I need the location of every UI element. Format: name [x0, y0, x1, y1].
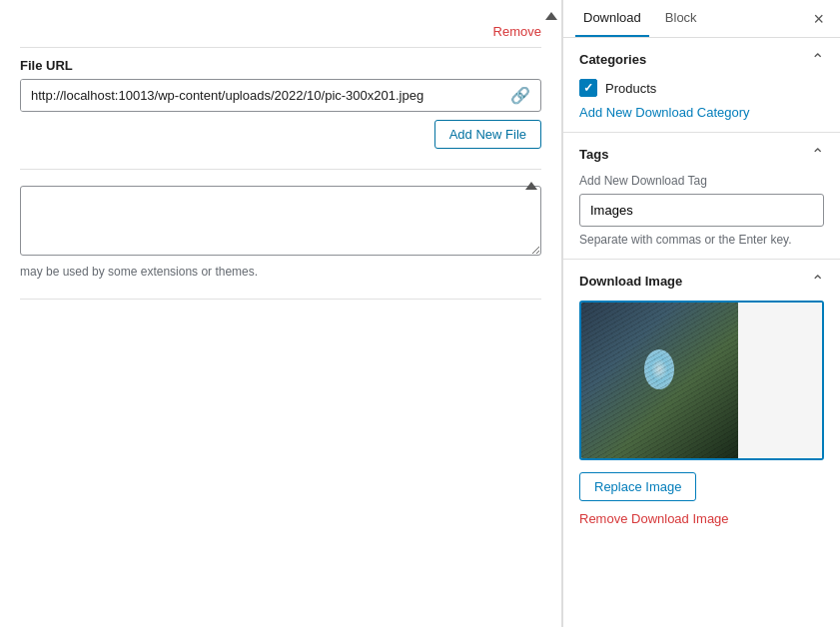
tab-block[interactable]: Block	[657, 0, 705, 37]
download-image-section: Download Image ⌃ Replace Image Remove Do…	[563, 260, 840, 538]
add-new-file-row: Add New File	[20, 120, 541, 149]
add-download-category-link[interactable]: Add New Download Category	[579, 105, 750, 120]
products-checkbox[interactable]	[579, 79, 597, 97]
link-icon-button[interactable]: 🔗	[500, 80, 540, 111]
file-url-input[interactable]	[21, 80, 500, 111]
close-button[interactable]: ×	[809, 6, 828, 32]
left-panel: Remove File URL 🔗 Add New File may be us…	[0, 0, 562, 627]
categories-header: Categories ⌃	[579, 50, 824, 69]
file-url-input-row: 🔗	[20, 79, 541, 112]
bottom-collapse-arrow[interactable]	[545, 12, 557, 20]
categories-chevron-icon[interactable]: ⌃	[811, 50, 824, 69]
helper-text: may be used by some extensions or themes…	[20, 265, 541, 279]
tags-input-label: Add New Download Tag	[579, 174, 824, 188]
tags-header: Tags ⌃	[579, 145, 824, 164]
tags-input[interactable]	[579, 194, 824, 227]
tags-title: Tags	[579, 147, 608, 162]
remove-row: Remove	[20, 16, 541, 48]
products-label: Products	[605, 81, 656, 96]
download-image-header: Download Image ⌃	[579, 272, 824, 291]
image-preview-inner	[581, 303, 822, 458]
products-checkbox-row: Products	[579, 79, 824, 97]
link-icon: 🔗	[510, 86, 530, 105]
section-collapse-arrow[interactable]	[525, 182, 537, 190]
download-image-title: Download Image	[579, 274, 682, 289]
download-image-chevron-icon[interactable]: ⌃	[811, 272, 824, 291]
tags-section: Tags ⌃ Add New Download Tag Separate wit…	[563, 133, 840, 260]
categories-section: Categories ⌃ Products Add New Download C…	[563, 38, 840, 133]
second-section: may be used by some extensions or themes…	[20, 169, 541, 279]
file-url-section: File URL 🔗 Add New File	[20, 58, 541, 149]
image-white-part	[738, 303, 822, 458]
bottom-section	[20, 299, 541, 310]
tab-download[interactable]: Download	[575, 0, 649, 37]
right-panel: Download Block × Categories ⌃ Products A…	[562, 0, 840, 627]
tags-chevron-icon[interactable]: ⌃	[811, 145, 824, 164]
remove-link[interactable]: Remove	[493, 24, 541, 39]
file-url-label: File URL	[20, 58, 541, 73]
image-preview-wrapper	[579, 301, 824, 460]
categories-title: Categories	[579, 52, 646, 67]
add-new-file-button[interactable]: Add New File	[434, 120, 541, 149]
replace-image-button[interactable]: Replace Image	[579, 472, 696, 501]
description-textarea[interactable]	[20, 186, 541, 256]
tags-helper-text: Separate with commas or the Enter key.	[579, 233, 824, 247]
image-dark-part	[581, 303, 738, 458]
remove-download-image-link[interactable]: Remove Download Image	[579, 511, 729, 526]
tabs-header: Download Block ×	[563, 0, 840, 38]
